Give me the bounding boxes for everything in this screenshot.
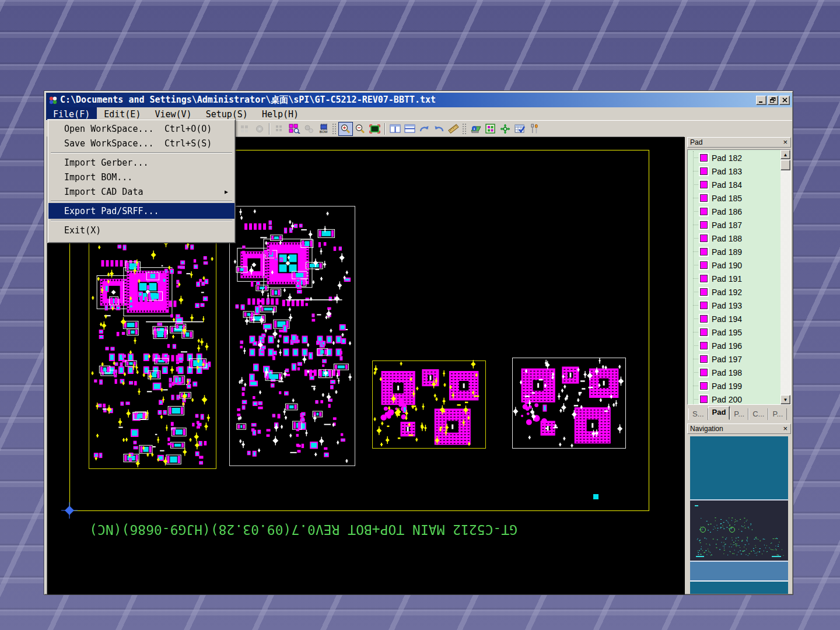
pad-list-item[interactable]: Pad 193 [688,299,780,312]
pad-color-swatch [700,328,708,336]
undo-icon[interactable] [432,122,446,136]
pad-list-item[interactable]: Pad 188 [688,232,780,245]
menu-separator [51,220,232,221]
arrange-pads-icon[interactable] [272,122,287,136]
import-bom-icon[interactable]: BOM [316,122,331,136]
toolbar-drag-handle[interactable] [332,123,336,135]
pad-item-label: Pad 196 [712,341,742,351]
navigation-close-icon[interactable]: × [782,426,788,432]
tree-branch [693,225,698,225]
bom-icon-label: BOM [320,130,328,134]
board-annotation: GT-C5212 MAIN TOP+BOT REV0.7(09.03.28)(H… [81,517,517,537]
tab-c[interactable]: C... [748,408,768,420]
ruler-icon[interactable] [446,122,461,136]
zoom-out-icon[interactable] [353,122,368,136]
split-horizontal-icon[interactable] [402,122,417,136]
grid-check-icon[interactable] [512,122,527,136]
file-menu-item-import-gerber[interactable]: Import Gerber... [49,155,234,170]
rotate-pads-icon[interactable] [252,122,267,136]
restore-button[interactable] [768,96,778,105]
pad-item-label: Pad 192 [712,288,742,297]
tab-p[interactable]: P... [730,408,748,420]
origin-cross-icon[interactable] [498,122,512,136]
pad-list-item[interactable]: Pad 185 [688,191,780,205]
pad-list-item[interactable]: Pad 194 [688,312,780,326]
pad-color-swatch [700,248,708,256]
file-menu-item-import-bom[interactable]: Import BOM... [49,170,234,184]
pad-grid-icon[interactable] [483,122,498,136]
pad-list-item[interactable]: Pad 186 [688,205,780,218]
pad-item-label: Pad 197 [712,355,742,364]
pad-list-item[interactable]: Pad 200 [688,393,780,405]
tree-branch [693,158,698,158]
tree-branch [693,399,698,400]
pad-color-swatch [700,315,708,323]
minimize-button[interactable] [756,96,766,105]
tree-branch [693,305,698,306]
app-window: C:\Documents and Settings\Administrator\… [44,90,793,595]
zoom-fit-icon[interactable] [368,122,382,136]
component-gear-icon[interactable] [302,122,316,136]
file-menu-item-import-cad-data[interactable]: Import CAD Data▶ [49,184,234,199]
scrollbar-up-icon[interactable]: ▲ [780,150,790,159]
toolbar-drag-handle[interactable] [462,123,466,135]
pad-panel-title: Pad [690,138,782,146]
zoom-in-icon[interactable] [338,122,353,136]
pad-list-item[interactable]: Pad 187 [688,218,780,232]
pad-list-item[interactable]: Pad 192 [688,285,780,299]
pad-list-item[interactable]: Pad 199 [688,379,780,393]
menu-help-h[interactable]: Help(H) [255,107,306,120]
window-title: C:\Documents and Settings\Administrator\… [60,94,756,106]
find-pads-icon[interactable] [287,122,302,136]
scrollbar-thumb[interactable] [780,160,790,170]
tab-pad[interactable]: Pad [708,406,730,420]
split-vertical-icon[interactable] [388,122,402,136]
pad-item-label: Pad 199 [712,382,742,391]
menu-file-f[interactable]: File(F) [46,107,97,120]
pad-item-label: Pad 189 [712,247,742,257]
pad-list-item[interactable]: Pad 184 [688,178,780,191]
pad-color-swatch [700,342,708,349]
board-info-icon[interactable]: i [468,122,483,136]
tree-branch [693,359,698,359]
pad-list-item[interactable]: Pad 182 [688,151,780,164]
pad-item-label: Pad 182 [712,153,742,163]
menu-setup-s[interactable]: Setup(S) [199,107,255,120]
file-menu-item-save-workspace[interactable]: Save WorkSpace...Ctrl+S(S) [49,136,234,150]
pad-list-item[interactable]: Pad 189 [688,245,780,258]
close-button[interactable] [779,96,790,105]
menu-item-label: Open WorkSpace... [64,124,154,134]
tree-branch [693,251,698,252]
pad-list-item[interactable]: Pad 196 [688,339,780,352]
pad-list-scrollbar[interactable]: ▲ ▼ [780,150,790,404]
redo-icon[interactable] [417,122,432,136]
file-menu-item-export-pad-srff[interactable]: Export Pad/SRFF... [49,204,234,218]
file-menu-item-open-workspace[interactable]: Open WorkSpace...Ctrl+O(O) [49,121,234,136]
pad-item-label: Pad 188 [712,234,742,243]
copy-pads-icon[interactable] [237,122,252,136]
svg-text:i: i [474,126,475,131]
pad-list-item[interactable]: Pad 183 [688,164,780,178]
file-menu-item-exit-x[interactable]: Exit(X) [49,223,234,237]
pad-list-item[interactable]: Pad 195 [688,326,780,339]
scrollbar-down-icon[interactable]: ▼ [780,395,790,404]
tab-p[interactable]: P... [768,408,787,420]
menu-item-label: Save WorkSpace... [64,138,154,149]
pad-list-item[interactable]: Pad 197 [688,352,780,366]
pad-list-item[interactable]: Pad 190 [688,258,780,272]
navigation-thumbnail[interactable] [690,436,788,594]
menu-item-shortcut: Ctrl+S(S) [164,138,212,149]
menu-item-label: Exit(X) [64,225,101,236]
pad-panel-close-icon[interactable]: × [782,139,788,145]
navigation-title-bar[interactable]: Navigation × [687,424,791,434]
menu-edit-e[interactable]: Edit(E) [97,107,148,120]
pad-color-swatch [700,369,708,376]
pad-list-item[interactable]: Pad 191 [688,272,780,285]
title-bar[interactable]: C:\Documents and Settings\Administrator\… [46,93,792,107]
tab-s[interactable]: S... [688,408,708,420]
pad-list-item[interactable]: Pad 198 [688,366,780,379]
menu-view-v[interactable]: View(V) [148,107,198,120]
tree-branch [693,292,698,292]
pad-panel-title-bar[interactable]: Pad × [687,137,791,148]
tools-icon[interactable] [527,122,541,136]
